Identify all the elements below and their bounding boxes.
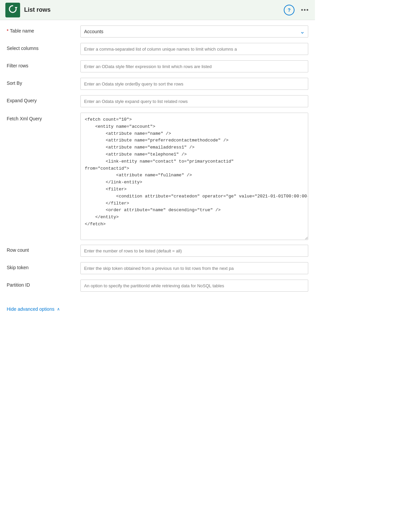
expand-query-input[interactable]	[80, 95, 308, 107]
row-count-row: Row count	[7, 245, 308, 257]
hide-advanced-options-link[interactable]: Hide advanced options	[7, 306, 54, 312]
header-right: ?	[284, 5, 310, 15]
more-options-button[interactable]	[300, 8, 310, 12]
select-columns-row: Select columns	[7, 43, 308, 56]
row-count-label: Row count	[7, 245, 80, 253]
dot1	[301, 9, 303, 11]
dot3	[307, 9, 308, 11]
page-title: List rows	[24, 6, 51, 13]
sort-by-input[interactable]	[80, 78, 308, 90]
partition-id-input[interactable]	[80, 280, 308, 292]
filter-rows-row: Filter rows	[7, 60, 308, 73]
select-columns-label: Select columns	[7, 43, 80, 51]
fetch-xml-row: Fetch Xml Query <fetch count="10"> <enti…	[7, 113, 308, 240]
logo-icon	[8, 4, 17, 16]
header: List rows ?	[0, 0, 315, 20]
partition-id-label: Partition ID	[7, 280, 80, 288]
select-columns-input[interactable]	[80, 43, 308, 55]
footer: Hide advanced options ∧	[0, 302, 315, 318]
skip-token-input[interactable]	[80, 262, 308, 274]
skip-token-row: Skip token	[7, 262, 308, 275]
dot2	[304, 9, 306, 11]
skip-token-label: Skip token	[7, 262, 80, 270]
filter-rows-input[interactable]	[80, 60, 308, 72]
table-name-select-wrapper: Accounts ⌄	[80, 25, 308, 38]
required-star: *	[7, 28, 8, 34]
fetch-xml-textarea[interactable]: <fetch count="10"> <entity name="account…	[80, 113, 308, 240]
help-button[interactable]: ?	[284, 5, 294, 15]
filter-rows-label: Filter rows	[7, 60, 80, 68]
sort-by-row: Sort By	[7, 78, 308, 91]
table-name-row: *Table name Accounts ⌄	[7, 25, 308, 38]
table-name-select[interactable]: Accounts	[80, 25, 308, 38]
fetch-xml-label: Fetch Xml Query	[7, 113, 80, 121]
expand-query-label: Expand Query	[7, 95, 80, 103]
row-count-input[interactable]	[80, 245, 308, 257]
partition-id-row: Partition ID	[7, 280, 308, 292]
sort-by-label: Sort By	[7, 78, 80, 86]
hide-advanced-label: Hide advanced options	[7, 306, 54, 312]
app-logo	[5, 3, 20, 17]
header-left: List rows	[5, 3, 51, 17]
expand-query-row: Expand Query	[7, 95, 308, 108]
caret-up-icon: ∧	[57, 307, 60, 311]
table-name-label: *Table name	[7, 25, 80, 34]
form-body: *Table name Accounts ⌄ Select columns Fi…	[0, 20, 315, 302]
